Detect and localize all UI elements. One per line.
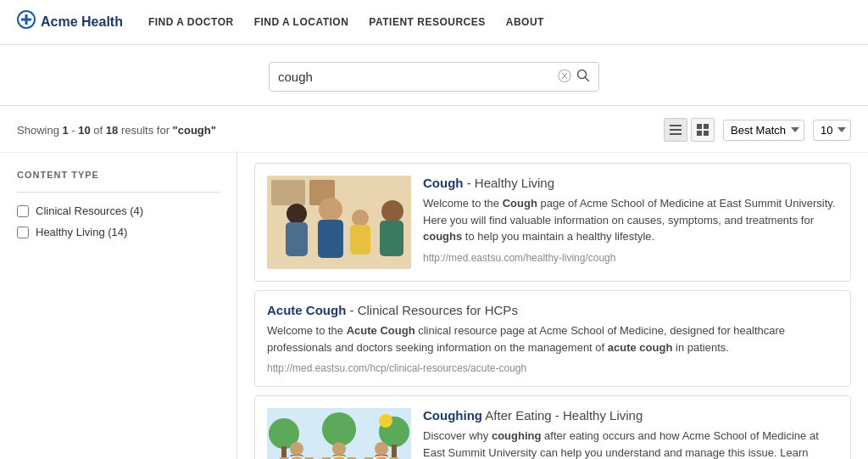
filter-item-clinical[interactable]: Clinical Resources (4) <box>17 204 220 217</box>
svg-rect-22 <box>380 221 403 256</box>
svg-point-15 <box>287 204 307 224</box>
filter-divider <box>17 192 220 193</box>
filter-checkbox-clinical[interactable] <box>17 205 29 217</box>
sidebar: CONTENT TYPE Clinical Resources (4) Heal… <box>0 153 237 459</box>
svg-point-42 <box>332 442 346 456</box>
filter-label-healthy: Healthy Living (14) <box>36 226 127 238</box>
view-toggle <box>664 118 715 142</box>
svg-point-35 <box>290 442 303 456</box>
filter-section-title: CONTENT TYPE <box>17 170 220 180</box>
search-area: ⓧ <box>0 45 868 106</box>
svg-rect-11 <box>704 131 709 136</box>
result-title-category-1: - Healthy Living <box>463 176 554 190</box>
result-thumbnail-3 <box>267 408 411 459</box>
search-box: ⓧ <box>269 62 599 92</box>
sort-select[interactable]: Best Match Relevance Date <box>723 120 804 141</box>
svg-rect-7 <box>670 133 682 135</box>
svg-point-26 <box>322 412 356 446</box>
svg-rect-10 <box>697 131 702 136</box>
content-area: CONTENT TYPE Clinical Resources (4) Heal… <box>0 153 868 459</box>
logo-text: Acme Health <box>41 14 123 30</box>
svg-line-4 <box>586 77 589 81</box>
svg-point-21 <box>381 200 403 222</box>
svg-rect-25 <box>281 446 287 459</box>
svg-rect-9 <box>704 124 709 129</box>
svg-rect-20 <box>350 225 370 255</box>
filter-label-clinical: Clinical Resources (4) <box>36 204 143 217</box>
result-description-1: Welcome to the Cough page of Acme School… <box>423 195 838 245</box>
result-content-2: Acute Cough - Clinical Resources for HCP… <box>267 303 838 374</box>
results-controls: Best Match Relevance Date 10 25 50 <box>664 118 851 142</box>
results-header: Showing 1 - 10 of 18 results for "cough" <box>0 106 868 153</box>
per-page-select[interactable]: 10 25 50 <box>813 120 851 141</box>
main-nav: FIND A DOCTOR FIND A LOCATION PATIENT RE… <box>148 16 544 28</box>
nav-about[interactable]: ABOUT <box>506 16 544 28</box>
filter-checkbox-healthy[interactable] <box>17 227 29 238</box>
result-title-highlight-3: Coughing <box>423 408 482 423</box>
results-count: Showing 1 - 10 of 18 results for "cough" <box>17 124 216 137</box>
result-thumbnail-1 <box>267 176 411 269</box>
site-header: Acme Health FIND A DOCTOR FIND A LOCATIO… <box>0 0 868 45</box>
results-start: 1 <box>62 124 68 137</box>
results-list: Cough - Healthy Living Welcome to the Co… <box>237 153 868 459</box>
search-input[interactable] <box>278 70 558 84</box>
results-query: "cough" <box>173 124 216 137</box>
svg-rect-16 <box>286 222 308 256</box>
result-card-2: Acute Cough - Clinical Resources for HCP… <box>254 290 851 387</box>
logo-icon <box>17 10 36 34</box>
svg-rect-8 <box>697 124 702 129</box>
svg-point-30 <box>379 414 392 428</box>
svg-rect-2 <box>21 19 31 21</box>
result-title-highlight-2: Acute Cough <box>267 303 346 317</box>
svg-rect-13 <box>271 180 305 205</box>
result-title-category-3: After Eating - Healthy Living <box>482 408 643 423</box>
result-url-2[interactable]: http://med.eastsu.com/hcp/clinical-resou… <box>267 362 838 374</box>
svg-rect-18 <box>318 220 343 258</box>
results-total: 18 <box>106 124 118 137</box>
search-button[interactable] <box>576 69 590 86</box>
svg-rect-5 <box>670 125 682 126</box>
result-card-1: Cough - Healthy Living Welcome to the Co… <box>254 163 851 282</box>
nav-find-location[interactable]: FIND A LOCATION <box>254 16 349 28</box>
result-title-highlight-1: Cough <box>423 176 463 190</box>
svg-rect-6 <box>670 129 682 131</box>
result-description-2: Welcome to the Acute Cough clinical reso… <box>267 322 838 355</box>
svg-rect-29 <box>392 445 397 459</box>
result-content-1: Cough - Healthy Living Welcome to the Co… <box>423 176 838 269</box>
result-content-3: Coughing After Eating - Healthy Living D… <box>423 408 838 459</box>
result-description-3: Discover why coughing after eating occur… <box>423 428 838 459</box>
filter-item-healthy[interactable]: Healthy Living (14) <box>17 226 220 238</box>
svg-point-17 <box>319 198 342 221</box>
result-url-1[interactable]: http://med.eastsu.com/healthy-living/cou… <box>423 252 838 264</box>
results-end: 10 <box>78 124 90 137</box>
nav-patient-resources[interactable]: PATIENT RESOURCES <box>369 16 485 28</box>
result-title-2: Acute Cough - Clinical Resources for HCP… <box>267 303 838 317</box>
svg-point-19 <box>352 210 369 227</box>
result-title-category-2: - Clinical Resources for HCPs <box>346 303 518 317</box>
grid-view-button[interactable] <box>691 118 715 142</box>
nav-find-doctor[interactable]: FIND A DOCTOR <box>148 16 234 28</box>
list-view-button[interactable] <box>664 118 687 142</box>
logo-link[interactable]: Acme Health <box>17 10 123 34</box>
result-title-3: Coughing After Eating - Healthy Living <box>423 408 838 423</box>
svg-point-49 <box>375 442 388 456</box>
result-title-1: Cough - Healthy Living <box>423 176 838 190</box>
result-card-3: Coughing After Eating - Healthy Living D… <box>254 395 851 459</box>
clear-search-button[interactable]: ⓧ <box>558 68 571 86</box>
page-body: Showing 1 - 10 of 18 results for "cough" <box>0 106 868 459</box>
